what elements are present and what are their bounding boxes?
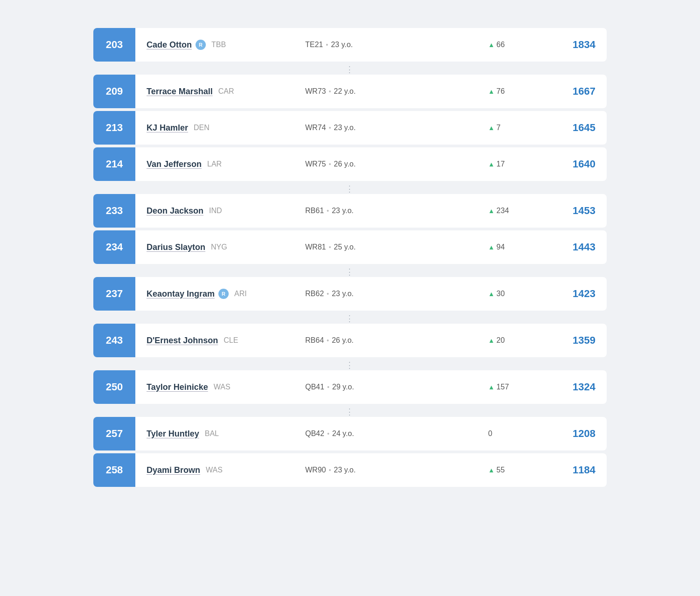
player-name[interactable]: Darius Slayton [147, 243, 205, 252]
player-name[interactable]: Keaontay Ingram [147, 289, 215, 299]
position-rank: RB64 [305, 336, 324, 345]
player-age: 23 y.o. [332, 290, 354, 298]
position-rank: WR74 [305, 124, 326, 132]
table-row: 209Terrace MarshallCARWR73•22 y.o.▲76166… [93, 75, 607, 108]
trend-value: ▲30 [488, 290, 549, 298]
player-info: Taylor HeinickeWAS [147, 382, 305, 392]
trend-value: ▲94 [488, 243, 549, 251]
trend-value: ▲20 [488, 336, 549, 345]
player-info: D'Ernest JohnsonCLE [147, 336, 305, 346]
trend-value: ▲66 [488, 41, 549, 49]
team-abbreviation: ARI [234, 290, 247, 298]
rank-badge: 214 [93, 147, 135, 181]
rank-badge: 203 [93, 28, 135, 62]
rank-badge: 250 [93, 370, 135, 404]
position-info: WR81•25 y.o. [305, 243, 488, 251]
team-abbreviation: WAS [214, 383, 231, 391]
rookie-badge: R [218, 289, 229, 299]
trend-up-icon: ▲ [488, 337, 495, 344]
dot-separator: • [329, 88, 331, 95]
dot-separator: • [327, 383, 329, 391]
trend-up-icon: ▲ [488, 124, 495, 132]
player-age: 23 y.o. [334, 124, 356, 132]
player-name[interactable]: Taylor Heinicke [147, 382, 208, 392]
dot-separator: • [326, 41, 328, 49]
position-info: RB61•23 y.o. [305, 207, 488, 215]
dot-separator: • [329, 124, 331, 132]
position-rank: WR73 [305, 87, 326, 96]
position-info: TE21•23 y.o. [305, 41, 488, 49]
trend-number: 55 [497, 466, 505, 474]
team-abbreviation: NYG [211, 243, 227, 251]
player-age: 23 y.o. [331, 41, 353, 49]
team-abbreviation: DEN [194, 124, 210, 132]
player-name[interactable]: Dyami Brown [147, 465, 200, 475]
player-info: Van JeffersonLAR [147, 159, 305, 169]
team-abbreviation: LAR [207, 160, 222, 168]
team-abbreviation: IND [209, 207, 222, 215]
player-name[interactable]: Terrace Marshall [147, 87, 213, 97]
trend-up-icon: ▲ [488, 160, 495, 168]
player-list: 203Cade OttonRTBBTE21•23 y.o.▲661834⋮209… [93, 28, 607, 490]
player-age: 26 y.o. [334, 160, 356, 168]
player-info: Deon JacksonIND [147, 206, 305, 216]
trend-value: ▲17 [488, 160, 549, 168]
table-row: 250Taylor HeinickeWASQB41•29 y.o.▲157132… [93, 370, 607, 404]
trend-number: 20 [497, 336, 505, 345]
trend-value: ▲234 [488, 207, 549, 215]
player-score: 1423 [549, 288, 595, 300]
player-score: 1443 [549, 241, 595, 253]
trend-up-icon: ▲ [488, 88, 495, 95]
player-score: 1359 [549, 334, 595, 347]
rank-badge: 209 [93, 75, 135, 108]
row-separator: ⋮ [93, 313, 607, 324]
player-name[interactable]: KJ Hamler [147, 123, 188, 133]
trend-number: 17 [497, 160, 505, 168]
dot-separator: • [327, 430, 329, 437]
player-info: Terrace MarshallCAR [147, 87, 305, 97]
position-rank: QB42 [305, 430, 324, 438]
player-score: 1184 [549, 464, 595, 476]
trend-number: 76 [497, 87, 505, 96]
player-score: 1640 [549, 158, 595, 170]
player-name[interactable]: D'Ernest Johnson [147, 336, 218, 346]
position-rank: WR81 [305, 243, 326, 251]
table-row: 234Darius SlaytonNYGWR81•25 y.o.▲941443 [93, 230, 607, 264]
player-score: 1834 [549, 39, 595, 51]
position-rank: WR75 [305, 160, 326, 168]
trend-number: 66 [497, 41, 505, 49]
player-age: 29 y.o. [332, 383, 354, 391]
trend-up-icon: ▲ [488, 243, 495, 251]
rank-badge: 213 [93, 111, 135, 145]
player-name[interactable]: Van Jefferson [147, 159, 202, 169]
player-age: 25 y.o. [334, 243, 356, 251]
player-info: Darius SlaytonNYG [147, 243, 305, 252]
trend-value: ▲76 [488, 87, 549, 96]
player-score: 1208 [549, 428, 595, 440]
rank-badge: 233 [93, 194, 135, 228]
player-age: 23 y.o. [332, 207, 354, 215]
player-name[interactable]: Tyler Huntley [147, 429, 199, 439]
table-row: 243D'Ernest JohnsonCLERB64•26 y.o.▲20135… [93, 324, 607, 357]
player-name[interactable]: Deon Jackson [147, 206, 203, 216]
player-age: 22 y.o. [334, 87, 356, 96]
position-info: QB41•29 y.o. [305, 383, 488, 391]
trend-value: ▲55 [488, 466, 549, 474]
position-rank: TE21 [305, 41, 323, 49]
rank-badge: 237 [93, 277, 135, 311]
trend-value: 0 [488, 430, 549, 438]
table-row: 237Keaontay IngramRARIRB62•23 y.o.▲30142… [93, 277, 607, 311]
position-info: WR74•23 y.o. [305, 124, 488, 132]
table-row: 233Deon JacksonINDRB61•23 y.o.▲2341453 [93, 194, 607, 228]
player-info: Keaontay IngramRARI [147, 289, 305, 299]
row-separator: ⋮ [93, 64, 607, 75]
trend-up-icon: ▲ [488, 290, 495, 298]
player-name[interactable]: Cade Otton [147, 40, 192, 50]
rank-badge: 243 [93, 324, 135, 357]
row-separator: ⋮ [93, 184, 607, 194]
trend-up-icon: ▲ [488, 383, 495, 391]
position-rank: RB62 [305, 290, 324, 298]
player-info: KJ HamlerDEN [147, 123, 305, 133]
player-info: Dyami BrownWAS [147, 465, 305, 475]
dot-separator: • [329, 160, 331, 168]
